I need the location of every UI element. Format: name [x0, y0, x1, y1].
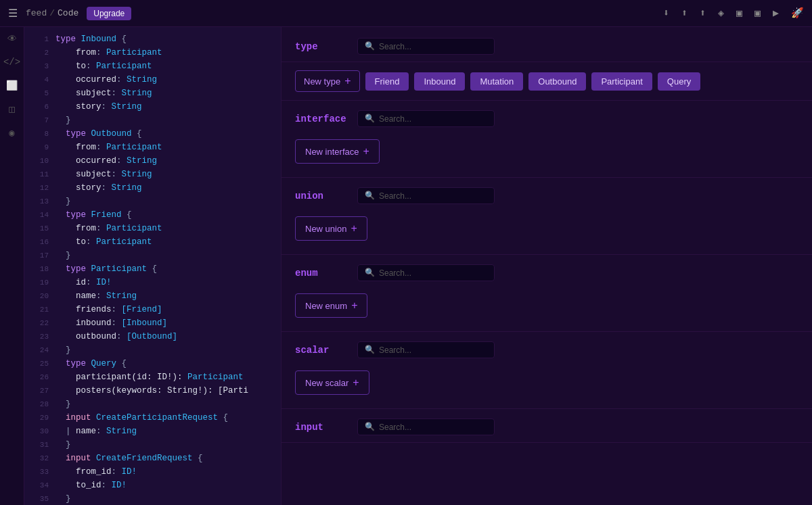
line-content: }: [55, 114, 71, 127]
code-line: 15 from: Participant: [24, 222, 281, 235]
line-content: id: ID!: [55, 276, 112, 289]
docs-icon[interactable]: ▣: [736, 7, 742, 20]
main-layout: 👁 </> ⬜ ◫ ◉ 1type Inbound {2 from: Parti…: [0, 27, 812, 505]
new-union-label: New union: [305, 224, 346, 234]
code-line: 12 story: String: [24, 181, 281, 195]
union-keyword: union: [295, 191, 349, 201]
line-content: type Participant {: [55, 262, 157, 276]
new-scalar-button[interactable]: New scalar +: [295, 370, 369, 395]
pin-icon[interactable]: ◈: [718, 7, 724, 20]
line-content: type Inbound {: [55, 32, 127, 46]
union-section-header: union 🔍: [281, 178, 812, 211]
new-type-button[interactable]: New type +: [295, 70, 360, 92]
line-number: 25: [30, 358, 49, 370]
breadcrumb-code: Code: [58, 8, 78, 18]
sidebar-icons: 👁 </> ⬜ ◫ ◉: [0, 27, 24, 505]
line-number: 2: [30, 47, 49, 59]
tag-participant[interactable]: Participant: [591, 72, 652, 91]
enum-search-icon: 🔍: [365, 268, 375, 278]
tag-outbound[interactable]: Outbound: [528, 72, 586, 91]
new-enum-button[interactable]: New enum +: [295, 293, 367, 318]
code-icon[interactable]: </>: [3, 57, 20, 68]
line-number: 7: [30, 115, 49, 127]
share-icon[interactable]: ⬆: [700, 7, 706, 20]
scalar-search-input[interactable]: [379, 345, 487, 355]
type-keyword: type: [295, 41, 349, 52]
line-content: }: [55, 343, 71, 357]
code-line: 18 type Participant {: [24, 262, 281, 276]
line-number: 35: [30, 494, 49, 505]
code-panel: 1type Inbound {2 from: Participant3 to: …: [24, 27, 281, 505]
scalar-plus-icon: +: [353, 377, 359, 389]
hamburger-icon[interactable]: ☰: [8, 7, 18, 20]
new-union-button[interactable]: New union +: [295, 216, 367, 241]
line-number: 4: [30, 74, 49, 87]
line-content: input CreateFriendRequest {: [55, 452, 203, 465]
upload-icon[interactable]: ⬆: [681, 7, 687, 20]
union-search-input[interactable]: [379, 191, 487, 201]
type-tags-row: New type + Friend Inbound Mutation Outbo…: [281, 62, 812, 101]
union-search-box[interactable]: 🔍: [357, 187, 495, 204]
new-scalar-label: New scalar: [305, 378, 348, 388]
topbar-icons: ⬇ ⬆ ⬆ ◈ ▣ ▣ ▶ 🚀: [663, 7, 804, 20]
line-number: 5: [30, 88, 49, 100]
circle-icon[interactable]: ◉: [9, 127, 14, 139]
line-number: 18: [30, 264, 49, 276]
interface-search-input[interactable]: [379, 114, 487, 124]
code-line: 7 }: [24, 114, 281, 127]
layout-icon[interactable]: ⬜: [6, 80, 18, 91]
line-content: }: [55, 438, 71, 452]
tag-inbound[interactable]: Inbound: [414, 72, 465, 91]
line-content: }: [55, 492, 71, 505]
code-line: 23 outbound: [Outbound]: [24, 330, 281, 343]
code-line: 5 subject: String: [24, 87, 281, 100]
line-number: 20: [30, 291, 49, 303]
deploy-icon[interactable]: 🚀: [791, 7, 804, 20]
line-number: 10: [30, 155, 49, 168]
eye-icon[interactable]: 👁: [7, 34, 17, 45]
type-section-header: type 🔍: [281, 27, 812, 62]
interface-search-box[interactable]: 🔍: [357, 110, 495, 127]
line-content: input CreateParticipantRequest {: [55, 411, 228, 425]
line-content: from_id: ID!: [55, 465, 137, 479]
code-line: 26 participant(id: ID!): Participant: [24, 370, 281, 384]
scalar-search-box[interactable]: 🔍: [357, 341, 495, 358]
input-search-input[interactable]: [379, 423, 487, 432]
code-line: 14 type Friend {: [24, 208, 281, 222]
line-content: type Friend {: [55, 208, 132, 222]
enum-search-box[interactable]: 🔍: [357, 264, 495, 281]
plus-icon: +: [344, 75, 351, 87]
download-icon[interactable]: ⬇: [663, 7, 669, 20]
line-content: subject: String: [55, 87, 152, 100]
line-number: 34: [30, 480, 49, 492]
tag-query[interactable]: Query: [658, 72, 700, 91]
line-number: 1: [30, 34, 49, 46]
type-search-input[interactable]: [379, 42, 487, 51]
line-number: 28: [30, 399, 49, 411]
code-line: 22 inbound: [Inbound]: [24, 316, 281, 330]
line-content: from: Participant: [55, 141, 162, 154]
code-line: 28 }: [24, 398, 281, 411]
tag-friend[interactable]: Friend: [365, 72, 409, 91]
new-type-label: New type: [304, 76, 340, 87]
new-interface-button[interactable]: New interface +: [295, 139, 380, 164]
play-icon[interactable]: ▶: [773, 7, 779, 20]
book-icon[interactable]: ▣: [754, 7, 761, 20]
code-lines: 1type Inbound {2 from: Participant3 to: …: [24, 27, 281, 505]
layers-icon[interactable]: ◫: [9, 103, 14, 115]
line-content: from: Participant: [55, 46, 162, 59]
input-search-box[interactable]: 🔍: [357, 418, 495, 435]
line-content: name: String: [55, 289, 137, 303]
line-content: type Query {: [55, 357, 127, 370]
line-number: 8: [30, 128, 49, 141]
input-keyword: input: [295, 422, 349, 433]
enum-keyword: enum: [295, 268, 349, 279]
line-content: }: [55, 398, 71, 411]
line-number: 9: [30, 142, 49, 154]
union-plus-icon: +: [351, 222, 357, 235]
enum-search-input[interactable]: [379, 268, 487, 278]
upgrade-button[interactable]: Upgrade: [87, 7, 131, 20]
type-search-box[interactable]: 🔍: [357, 38, 495, 55]
line-number: 6: [30, 101, 49, 114]
tag-mutation[interactable]: Mutation: [470, 72, 523, 91]
